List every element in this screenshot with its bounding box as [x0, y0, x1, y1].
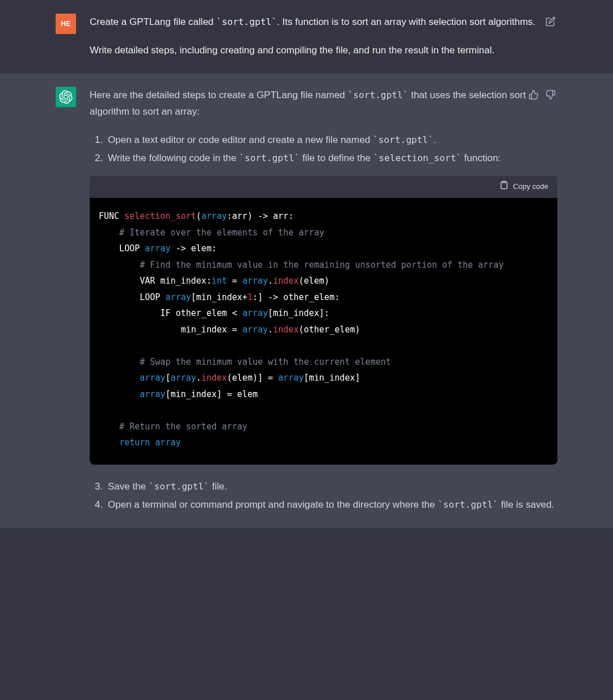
copy-code-label: Copy code: [513, 180, 548, 193]
code-token: 1: [247, 292, 253, 302]
assistant-message-content: Here are the detailed steps to create a …: [90, 87, 557, 515]
code-token: .: [268, 276, 273, 286]
step-text: function:: [461, 153, 501, 163]
code-token: :arr) -> arr:: [227, 211, 293, 221]
list-item: Open a terminal or command prompt and na…: [106, 496, 557, 513]
svg-rect-0: [502, 181, 505, 183]
code-token: .: [196, 373, 201, 383]
step-text: file is saved.: [498, 499, 554, 510]
step-text: Write the following code in the: [108, 153, 239, 163]
code-token: [min_index] = elem: [165, 389, 258, 399]
code-token: =: [227, 276, 242, 286]
inline-code: selection_sort: [373, 153, 461, 163]
list-item: Write the following code in the sort.gpt…: [106, 150, 557, 167]
inline-code: sort.gptl: [149, 481, 209, 492]
inline-code: sort.gptl: [239, 153, 300, 163]
code-token: min_index =: [99, 324, 242, 335]
step-text: file to define the: [300, 153, 373, 163]
code-token: array: [155, 437, 180, 448]
code-token: [99, 437, 119, 448]
steps-list: Open a text editor or code editor and cr…: [90, 132, 557, 167]
assistant-message-row: Here are the detailed steps to create a …: [0, 73, 613, 529]
code-token: (: [196, 211, 201, 221]
code-token: return: [119, 437, 150, 448]
code-token: IF other_elem <: [99, 308, 242, 318]
code-token: (other_elem): [299, 324, 360, 335]
code-token: index: [201, 373, 227, 383]
inline-code: sort.gptl: [438, 499, 498, 510]
list-item: Save the sort.gptl file.: [106, 478, 557, 495]
step-text: Open a terminal or command prompt and na…: [108, 499, 438, 510]
step-text: .: [434, 134, 436, 145]
code-token: selection_sort: [124, 211, 196, 221]
code-token: LOOP: [99, 243, 145, 254]
code-token: .: [268, 324, 273, 335]
code-token: [min_index]: [304, 373, 360, 383]
inline-code: sort.gptl: [348, 90, 409, 100]
code-token: -> elem:: [170, 243, 216, 254]
code-token: [99, 389, 140, 399]
code-token: :] -> other_elem:: [253, 292, 340, 302]
copy-code-button[interactable]: Copy code: [499, 180, 548, 194]
code-token: FUNC: [99, 211, 124, 221]
code-token: array: [242, 276, 268, 286]
code-token: array: [145, 243, 170, 254]
code-token: array: [140, 389, 165, 399]
code-token: [99, 373, 140, 383]
code-token: index: [273, 276, 299, 286]
edit-icon[interactable]: [545, 16, 556, 27]
user-text: . Its function is to sort an array with …: [277, 16, 535, 27]
step-text: file.: [209, 481, 227, 492]
code-token: array: [242, 308, 268, 318]
code-comment: # Swap the minimum value with the curren…: [99, 357, 391, 367]
inline-code: sort.gptl: [216, 16, 277, 27]
code-token: array: [242, 324, 268, 335]
code-token: VAR min_index:: [99, 276, 212, 286]
code-comment: # Return the sorted array: [99, 421, 247, 432]
code-token: index: [273, 324, 299, 335]
code-token: [min_index]:: [268, 308, 329, 318]
steps-list-continued: Save the sort.gptl file. Open a terminal…: [90, 478, 557, 513]
assistant-avatar: [56, 87, 76, 107]
code-token: LOOP: [99, 292, 165, 302]
assistant-text: Here are the detailed steps to create a …: [90, 90, 348, 100]
code-comment: # Find the minimum value in the remainin…: [99, 260, 503, 270]
code-comment: # Iterate over the elements of the array: [99, 227, 324, 238]
code-token: (elem): [299, 276, 329, 286]
code-token: [min_index+: [191, 292, 247, 302]
thumbs-down-icon[interactable]: [545, 89, 556, 100]
code-token: array: [278, 373, 304, 383]
code-block: Copy code FUNC selection_sort(array:arr)…: [90, 176, 557, 465]
code-token: (elem)] =: [227, 373, 278, 383]
code-block-header: Copy code: [90, 176, 557, 199]
code-token: int: [212, 276, 227, 286]
step-text: Open a text editor or code editor and cr…: [108, 134, 373, 145]
clipboard-icon: [499, 180, 509, 194]
thumbs-up-icon[interactable]: [528, 89, 539, 100]
user-message-content: Create a GPTLang file called sort.gptl. …: [90, 14, 557, 59]
user-avatar: HE: [56, 14, 76, 34]
user-message-row: HE Create a GPTLang file called sort.gpt…: [0, 0, 613, 73]
code-token: array: [201, 211, 227, 221]
code-token: array: [170, 373, 196, 383]
list-item: Open a text editor or code editor and cr…: [106, 132, 557, 149]
code-token: array: [140, 373, 165, 383]
inline-code: sort.gptl: [373, 134, 434, 145]
user-text: Write detailed steps, including creating…: [90, 42, 557, 59]
step-text: Save the: [108, 481, 149, 492]
code-token: [150, 437, 155, 448]
code-token: array: [165, 292, 191, 302]
user-text: Create a GPTLang file called: [90, 16, 216, 27]
code-block-body: FUNC selection_sort(array:arr) -> arr: #…: [90, 198, 557, 465]
